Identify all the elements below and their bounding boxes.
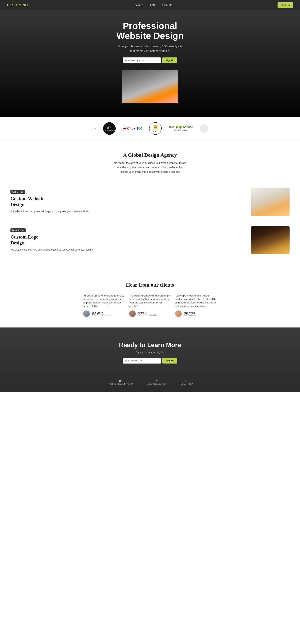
author-jess-title: CIO, EduLearn (183, 314, 196, 316)
agency-description: No matter the size of your business, our… (113, 161, 187, 174)
nav-links: Features FAQ About Us (133, 4, 172, 6)
testimonial-bob: "Thanks to Jake's web development skills… (83, 294, 125, 317)
service-logo-desc: We creates eye-catching and unique logos… (11, 248, 244, 252)
clients-section: Hear from our clients "Thanks to Jake's … (0, 272, 300, 328)
service-web-design-text: Web Design Custom Website Design Our tal… (11, 190, 244, 214)
nav-features[interactable]: Features (133, 4, 143, 6)
hero-subtitle: Grow your business with a custom, SEO-fr… (117, 44, 183, 53)
footer-address-text: 118 Some Street, Irvine, CA (107, 383, 133, 385)
hero-email-input[interactable] (123, 58, 161, 63)
cta-form: Sign Up (7, 358, 293, 364)
testimonial-jess: "Working with Mollie on our website over… (175, 294, 217, 317)
hero-signup-button[interactable]: Sign Up (162, 58, 177, 63)
testimonial-jill-author: Jill More Partner, Bates Law Firm (129, 310, 171, 317)
logo-partial: vice (92, 127, 96, 130)
service-web-image (251, 188, 289, 216)
footer-info: 🏢 118 Some Street, Irvine, CA ✉ admin@ou… (7, 374, 293, 385)
cta-section: Ready to Learn More Sign up for our mail… (0, 328, 300, 392)
service-web-title: Custom Website Design (11, 196, 244, 207)
testimonial-jess-author: Jess Chen CIO, EduLearn (175, 310, 217, 317)
service-logo-image (251, 226, 289, 254)
email-icon: ✉ (156, 379, 157, 382)
author-bob-name: Bob Green (92, 312, 112, 314)
service-web-design: Web Design Custom Website Design Our tal… (11, 188, 289, 216)
author-bob-title: CEO, Sprite Enterprises (92, 314, 112, 316)
clients-title: Hear from our clients (7, 282, 293, 288)
author-jill-title: Partner, Bates Law Firm (137, 314, 158, 316)
footer-phone: 📞 555 777 3232 (180, 379, 192, 385)
site-logo: DESIGNINC (7, 3, 28, 7)
hero-image-wrap (4, 70, 296, 103)
testimonial-jill: "Raj's creative web development strategi… (129, 294, 171, 317)
author-jill-name: Jill More (137, 312, 158, 314)
logos-strip: vice db digitalbranding Click 180 👑 ⚡⚡⚡ … (0, 117, 300, 140)
cta-signup-button[interactable]: Sign Up (162, 358, 177, 364)
testimonials-list: "Thanks to Jake's web development skills… (7, 294, 293, 317)
service-logo-badge: Logo Design (11, 228, 26, 232)
testimonial-bob-author: Bob Green CEO, Sprite Enterprises (83, 310, 125, 317)
logo-db: db digitalbranding (103, 122, 116, 135)
testimonial-jess-quote: "Working with Mollie on our website over… (175, 294, 217, 308)
nav-signup-button[interactable]: Sign Up (277, 2, 293, 8)
cta-subtitle: Sign up for our mailing list (7, 351, 293, 354)
hero-title: Professional Website Design (4, 21, 296, 41)
avatar-jess (175, 310, 182, 317)
agency-section: A Global Design Agency No matter the siz… (0, 140, 300, 181)
nav-about[interactable]: About Us (162, 4, 172, 6)
logo-design-text: DESIGN (7, 3, 22, 7)
testimonial-bob-quote: "Thanks to Jake's web development skills… (83, 294, 125, 308)
logo-tree-service: Tree 🌳🌳 Service (800) 555-1234 (169, 125, 193, 132)
service-logo-design: Logo Design Custom Logo Design We create… (11, 226, 289, 254)
testimonial-jill-quote: "Raj's creative web development strategi… (129, 294, 171, 308)
footer-phone-text: 555 777 3232 (180, 383, 192, 385)
cta-email-input[interactable] (123, 358, 161, 364)
service-logo-title: Custom Logo Design (11, 234, 244, 246)
hero-form: Sign Up (4, 58, 296, 63)
service-web-desc: Our talented web designers will help you… (11, 210, 244, 213)
footer-email-text: admin@oursite.com (147, 383, 166, 385)
service-logo-design-text: Logo Design Custom Logo Design We create… (11, 228, 244, 252)
address-icon: 🏢 (119, 379, 122, 382)
phone-icon: 📞 (185, 379, 188, 382)
logo-ghost (200, 124, 208, 133)
avatar-jill (129, 310, 136, 317)
avatar-bob (83, 310, 90, 317)
cta-title: Ready to Learn More (7, 342, 293, 349)
hero-illustration (122, 70, 178, 103)
logo-inc-text: INC (22, 3, 28, 7)
logo-click180: Click 180 (123, 126, 142, 130)
service-web-badge: Web Design (11, 190, 25, 194)
nav-faq[interactable]: FAQ (150, 4, 155, 6)
navbar: DESIGNINC Features FAQ About Us Sign Up (0, 0, 300, 10)
footer-address: 🏢 118 Some Street, Irvine, CA (107, 379, 133, 385)
agency-title: A Global Design Agency (7, 152, 293, 158)
hero-image (122, 70, 178, 103)
footer-email: ✉ admin@oursite.com (147, 379, 166, 385)
hero-section: Professional Website Design Grow your bu… (0, 0, 300, 117)
logo-fitness: 👑 ⚡⚡⚡ FITNESS (149, 122, 162, 135)
services-section: Web Design Custom Website Design Our tal… (0, 181, 300, 272)
author-jess-name: Jess Chen (183, 312, 196, 314)
